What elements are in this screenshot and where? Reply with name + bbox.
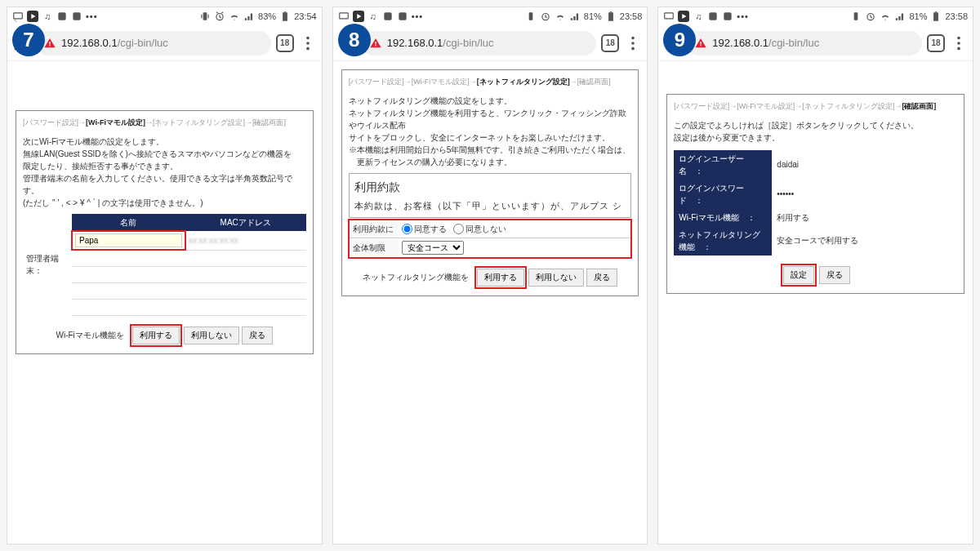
svg-point-30 <box>632 42 635 45</box>
svg-rect-35 <box>710 12 717 20</box>
more-notifications-icon: ••• <box>412 11 424 21</box>
policy-select[interactable]: 安全コース <box>402 241 464 255</box>
tab-count-button[interactable]: 18 <box>927 34 945 52</box>
battery-percent: 83% <box>258 11 276 21</box>
svg-rect-0 <box>14 13 23 19</box>
cast-icon <box>338 11 350 22</box>
vibrate-icon <box>525 11 537 22</box>
button-row: Wi-Fiマモル機能を 利用する 利用しない 戻る <box>23 324 306 347</box>
kebab-menu-icon[interactable] <box>950 34 968 52</box>
settings-panel: [パスワード設定]→[Wi-Fiマモル設定]→[ネットフィルタリング設定]→[確… <box>16 110 314 354</box>
insecure-warning-icon <box>43 37 56 50</box>
status-bar: ♫ ••• 81% 23:58 <box>658 7 973 25</box>
breadcrumb: [パスワード設定]→[Wi-Fiマモル設定]→[ネットフィルタリング設定]→[確… <box>23 118 306 129</box>
apply-button[interactable]: 設定 <box>783 266 814 284</box>
url-path: /cgi-bin/luc <box>768 37 819 49</box>
svg-rect-20 <box>384 12 391 20</box>
url-path: /cgi-bin/luc <box>443 37 493 49</box>
svg-rect-28 <box>375 45 376 46</box>
instruction-text: ネットフィルタリング機能の設定をします。 ネットフィルタリング機能を利用すると、… <box>349 95 632 168</box>
summary-table: ログインユーザー名 ：daidai ログインパスワード ：•••••• Wi-F… <box>674 150 957 256</box>
music-icon: ♫ <box>693 11 704 22</box>
back-button[interactable]: 戻る <box>242 327 273 344</box>
page-content: [パスワード設定]→[Wi-Fiマモル設定]→[ネットフィルタリング設定]→[確… <box>658 61 973 544</box>
phone-panel-8: 8 ♫ ••• 81% 23:58 192.168.0.1/cgi-bin/lu… <box>332 7 648 544</box>
th-mac: MACアドレス <box>185 214 306 231</box>
back-button[interactable]: 戻る <box>586 269 617 287</box>
kebab-menu-icon[interactable] <box>624 34 642 52</box>
mac-value: xx:xx:xx:xx:xx <box>189 236 238 245</box>
policy-label: 全体制限 <box>350 239 399 256</box>
insecure-warning-icon <box>369 37 382 50</box>
svg-rect-9 <box>283 12 287 20</box>
app-icon <box>56 11 68 22</box>
battery-icon <box>930 11 942 22</box>
svg-point-14 <box>306 36 310 39</box>
alarm-icon <box>865 11 876 22</box>
url-path: /cgi-bin/luc <box>118 37 168 49</box>
page-content: [パスワード設定]→[Wi-Fiマモル設定]→[ネットフィルタリング設定]→[確… <box>7 61 322 544</box>
music-icon: ♫ <box>368 11 379 22</box>
svg-rect-36 <box>724 12 732 20</box>
svg-point-16 <box>306 47 310 50</box>
name-input-cell <box>72 231 185 251</box>
svg-rect-4 <box>73 12 80 20</box>
alarm-icon <box>540 11 551 22</box>
svg-rect-25 <box>610 11 612 12</box>
vibrate-icon <box>199 11 211 22</box>
signal-icon <box>894 11 906 22</box>
th-name: 名前 <box>72 214 185 231</box>
youtube-icon <box>353 11 364 22</box>
button-row-label: ネットフィルタリング機能を <box>363 273 469 282</box>
svg-rect-39 <box>934 12 939 20</box>
admin-device-table: 管理者端末： 名前 MACアドレス xx:xx:xx:xx:xx <box>23 214 306 316</box>
use-button[interactable]: 利用する <box>132 327 180 344</box>
url-field[interactable]: 192.168.0.1/cgi-bin/luc <box>35 31 271 56</box>
kebab-menu-icon[interactable] <box>299 34 317 52</box>
admin-name-input[interactable] <box>75 233 182 247</box>
phone-panel-7: 7 ♫ ••• 83% 23:54 192.168.0.1/cgi-bin/lu… <box>7 7 323 544</box>
svg-rect-40 <box>935 11 937 12</box>
confirm-text: この設定でよろしければ［設定］ボタンをクリックしてください。 設定は後から変更で… <box>674 119 957 144</box>
svg-rect-3 <box>58 12 65 20</box>
wifi-icon <box>880 11 891 22</box>
cast-icon <box>663 11 675 22</box>
url-field[interactable]: 192.168.0.1/cgi-bin/luc <box>361 31 597 56</box>
music-icon: ♫ <box>42 11 53 22</box>
svg-point-31 <box>632 47 635 50</box>
not-use-button[interactable]: 利用しない <box>528 269 584 287</box>
svg-rect-37 <box>854 12 858 20</box>
youtube-icon <box>27 11 38 22</box>
battery-icon <box>279 11 291 22</box>
svg-rect-42 <box>701 42 702 44</box>
more-notifications-icon: ••• <box>737 11 749 21</box>
tab-count-button[interactable]: 18 <box>276 34 294 52</box>
step-badge: 7 <box>12 24 45 56</box>
agree-no-radio[interactable]: 同意しない <box>453 223 506 235</box>
status-bar: ♫ ••• 81% 23:58 <box>333 7 648 25</box>
svg-rect-21 <box>399 12 406 20</box>
tab-count-button[interactable]: 18 <box>601 34 619 52</box>
use-button[interactable]: 利用する <box>477 269 524 287</box>
button-row: 設定 戻る <box>674 264 957 287</box>
url-host: 192.168.0.1 <box>387 37 443 49</box>
more-notifications-icon: ••• <box>86 11 98 21</box>
terms-body: 本約款は、お客様（以下「甲」といいます）が、アルプス シ <box>354 199 626 213</box>
cast-icon <box>12 11 24 22</box>
agree-yes-radio[interactable]: 同意する <box>402 223 447 235</box>
url-field[interactable]: 192.168.0.1/cgi-bin/luc <box>686 31 922 56</box>
button-row-label: Wi-Fiマモル機能を <box>56 331 124 340</box>
vibrate-icon <box>850 11 862 22</box>
instruction-text: 次にWi-Fiマモル機能の設定をします。 無線LAN(Guest SSIDを除く… <box>23 136 306 209</box>
clock-text: 23:58 <box>620 11 643 21</box>
browser-address-bar: 192.168.0.1/cgi-bin/luc 18 <box>7 25 322 61</box>
settings-panel: [パスワード設定]→[Wi-Fiマモル設定]→[ネットフィルタリング設定]→[確… <box>341 69 639 296</box>
back-button[interactable]: 戻る <box>819 266 850 284</box>
alarm-icon <box>214 11 225 22</box>
svg-point-46 <box>957 47 960 50</box>
browser-address-bar: 192.168.0.1/cgi-bin/luc 18 <box>658 25 973 61</box>
clock-text: 23:58 <box>945 11 968 21</box>
app-icon <box>382 11 394 22</box>
step-badge: 8 <box>338 24 371 56</box>
not-use-button[interactable]: 利用しない <box>184 327 239 344</box>
